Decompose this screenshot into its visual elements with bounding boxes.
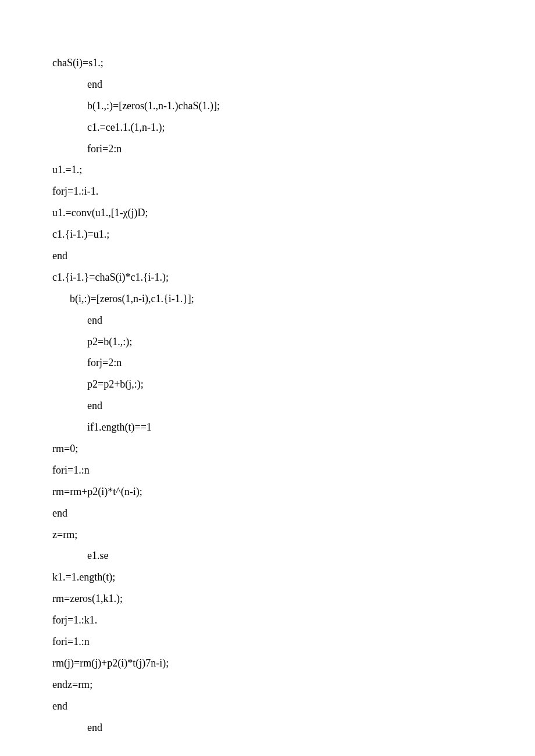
code-line: fori=1.:n	[52, 631, 483, 653]
code-line: c1.=ce1.1.(1,n-1.);	[52, 117, 483, 138]
code-line: rm=rm+p2(i)*t^(n-i);	[52, 481, 483, 503]
document-page: chaS(i)=s1.;endb(1.,:)=[zeros(1.,n-1.)ch…	[0, 0, 535, 739]
code-line: b(i,:)=[zeros(1,n-i),c1.{i-1.}];	[52, 288, 483, 310]
code-block: chaS(i)=s1.;endb(1.,:)=[zeros(1.,n-1.)ch…	[52, 52, 483, 739]
code-line: rm=zeros(1,k1.);	[52, 588, 483, 610]
code-line: end	[52, 74, 483, 95]
code-line: p2=p2+b(j,:);	[52, 374, 483, 395]
code-line: end	[52, 310, 483, 331]
code-line: end	[52, 245, 483, 267]
code-line: end	[52, 503, 483, 524]
code-line: if1.ength(t)==1	[52, 417, 483, 438]
code-line: p2=b(1.,:);	[52, 331, 483, 353]
code-line: e1.se	[52, 545, 483, 567]
code-line: b(1.,:)=[zeros(1.,n-1.)chaS(1.)];	[52, 95, 483, 117]
code-line: rm=0;	[52, 438, 483, 460]
code-line: c1.{i-1.)=u1.;	[52, 224, 483, 245]
code-line: u1.=conv(u1.,[1-χ(j)D;	[52, 202, 483, 224]
code-line: k1.=1.ength(t);	[52, 567, 483, 588]
code-line: end	[52, 717, 483, 739]
code-line: fori=2:n	[52, 138, 483, 160]
code-line: fori=1.:n	[52, 460, 483, 481]
code-line: forj=1.:i-1.	[52, 181, 483, 202]
code-line: forj=1.:k1.	[52, 610, 483, 631]
code-line: u1.=1.;	[52, 159, 483, 181]
code-line: forj=2:n	[52, 352, 483, 374]
code-line: endz=rm;	[52, 674, 483, 696]
code-line: end	[52, 696, 483, 717]
code-line: chaS(i)=s1.;	[52, 52, 483, 74]
code-line: z=rm;	[52, 524, 483, 546]
code-line: c1.{i-1.}=chaS(i)*c1.{i-1.);	[52, 267, 483, 288]
code-line: rm(j)=rm(j)+p2(i)*t(j)7n-i);	[52, 653, 483, 674]
code-line: end	[52, 395, 483, 417]
